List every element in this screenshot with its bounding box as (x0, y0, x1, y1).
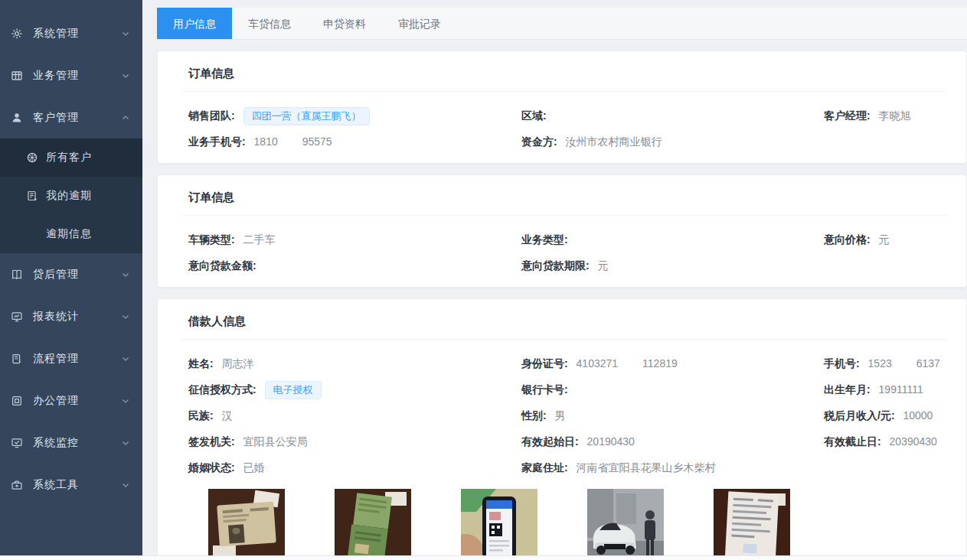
photo-license-booklet[interactable]: 驾驶证页 (335, 489, 411, 555)
sidebar-item-label: 系统监控 (33, 436, 121, 450)
book-icon (11, 269, 23, 281)
sidebar-item-label: 系统工具 (33, 478, 121, 492)
sidebar-item-postloan-mgmt[interactable]: 贷后管理 (0, 253, 142, 295)
tab-bar: 用户信息 车贷信息 申贷资料 审批记录 (157, 8, 967, 40)
field-business-type: 业务类型: (521, 233, 824, 247)
chevron-down-icon (121, 312, 130, 321)
clipboard-icon (11, 353, 23, 365)
field-region: 区域: (521, 109, 824, 123)
chevron-up-icon (121, 113, 130, 122)
main-content: 用户信息 车贷信息 申贷资料 审批记录 订单信息 销售团队: 四团一营（直属王鹏… (142, 0, 967, 555)
sidebar-item-label: 逾期信息 (46, 227, 130, 241)
sidebar-item-report-stats[interactable]: 报表统计 (0, 295, 142, 337)
field-mobile-number: 手机号: 15236137 (824, 357, 966, 371)
sidebar-item-customer-mgmt[interactable]: 客户管理 (0, 96, 142, 138)
sidebar-item-process-mgmt[interactable]: 流程管理 (0, 337, 142, 379)
field-account-manager: 客户经理: 李晓旭 (824, 109, 966, 123)
field-intent-loan-amount: 意向贷款金额: (188, 259, 521, 273)
borrower-info-card: 借款人信息 姓名: 周志洋 身份证号: 4103271112819 手机号: 1… (157, 298, 967, 555)
sidebar-item-business-mgmt[interactable]: 业务管理 (0, 54, 142, 96)
field-valid-from: 有效起始日: 20190430 (521, 435, 824, 449)
chevron-down-icon (121, 354, 130, 363)
sidebar: 系统管理 业务管理 客户管理 所有客户 我的逾期 逾期信息 (0, 0, 142, 555)
card-title: 订单信息 (182, 190, 946, 216)
monitor-check-icon (11, 437, 23, 449)
tab-approval-records[interactable]: 审批记录 (382, 8, 457, 39)
sales-team-tag[interactable]: 四团一营（直属王鹏飞） (243, 107, 370, 125)
field-monthly-income: 税后月收入/元: 10000 (824, 409, 966, 423)
field-birth-date: 出生年月: 19911111 (824, 383, 966, 397)
sidebar-item-system-tools[interactable]: 系统工具 (0, 464, 142, 506)
field-valid-to: 有效截止日: 20390430 (824, 435, 966, 449)
gear-icon (11, 28, 23, 40)
chevron-down-icon (121, 396, 130, 405)
chevron-down-icon (121, 29, 130, 38)
credit-auth-tag[interactable]: 电子授权 (265, 381, 322, 399)
field-business-phone: 业务手机号: 181095575 (188, 135, 521, 149)
redaction-patch (892, 360, 916, 369)
sidebar-item-label: 报表统计 (33, 310, 121, 324)
toolbox-icon (11, 479, 23, 491)
field-id-number: 身份证号: 4103271112819 (521, 357, 824, 371)
archive-icon (11, 395, 23, 407)
field-credit-auth-method: 征信授权方式: 电子授权 (188, 381, 521, 399)
chevron-down-icon (121, 71, 130, 80)
field-gender: 性别: 男 (521, 409, 824, 423)
field-ethnicity: 民族: 汉 (188, 409, 521, 423)
field-funding-party: 资金方: 汝州市农村商业银行 (521, 135, 824, 149)
wheel-icon (26, 151, 38, 164)
photo-handwritten-doc[interactable]: 村委证明 (714, 489, 790, 555)
grid-icon (11, 70, 23, 82)
photo-auth-qr[interactable]: 授权码 (461, 489, 537, 555)
field-home-address: 家庭住址: 河南省宜阳县花果山乡木柴村 (521, 461, 824, 475)
horizontal-scrollbar[interactable] (0, 555, 967, 560)
tab-user-info[interactable]: 用户信息 (157, 8, 232, 39)
redaction-patch (618, 360, 642, 369)
tab-car-loan-info[interactable]: 车贷信息 (232, 8, 307, 39)
chevron-down-icon (121, 270, 130, 279)
photo-person-with-car[interactable]: 本人照 (587, 489, 664, 555)
sidebar-item-label: 流程管理 (33, 352, 121, 366)
field-vehicle-type: 车辆类型: 二手车 (188, 233, 521, 247)
field-name: 姓名: 周志洋 (188, 357, 521, 371)
monitor-icon (11, 311, 23, 323)
chevron-down-icon (121, 480, 130, 490)
field-issuing-authority: 签发机关: 宜阳县公安局 (188, 435, 521, 449)
tab-loan-application-docs[interactable]: 申贷资料 (307, 8, 382, 39)
sidebar-item-label: 系统管理 (33, 27, 121, 41)
card-title: 订单信息 (182, 67, 946, 92)
loan-intent-card: 订单信息 车辆类型: 二手车 业务类型: 意向价格: 元 意向贷款金额: (157, 174, 967, 288)
sidebar-item-label: 贷后管理 (33, 268, 121, 282)
photo-thumbnails: 本人照 驾驶证页 (188, 489, 966, 555)
field-bank-card: 银行卡号: (521, 383, 824, 397)
card-title: 借款人信息 (182, 314, 946, 340)
sidebar-item-system-monitor[interactable]: 系统监控 (0, 422, 142, 464)
chevron-down-icon (121, 438, 130, 448)
sidebar-item-label: 所有客户 (46, 151, 130, 164)
field-intent-price: 意向价格: 元 (824, 233, 966, 247)
user-icon (11, 112, 23, 124)
photo-id-card[interactable]: 本人照 (208, 489, 285, 555)
sidebar-submenu-customer: 所有客户 我的逾期 逾期信息 (0, 138, 142, 253)
sidebar-item-label: 客户管理 (33, 111, 121, 125)
sidebar-item-all-customers[interactable]: 所有客户 (0, 138, 142, 177)
field-marital-status: 婚姻状态: 已婚 (188, 461, 521, 475)
order-info-card: 订单信息 销售团队: 四团一营（直属王鹏飞） 区域: 客户经理: 李晓旭 业务手 (157, 50, 967, 164)
field-intent-loan-term: 意向贷款期限: 元 (521, 259, 824, 273)
sidebar-item-office-mgmt[interactable]: 办公管理 (0, 379, 142, 422)
sidebar-item-label: 我的逾期 (46, 189, 130, 203)
redaction-patch (278, 138, 302, 147)
field-sales-team: 销售团队: 四团一营（直属王鹏飞） (188, 107, 521, 125)
notebook-icon (26, 190, 38, 202)
sidebar-item-label: 办公管理 (33, 394, 121, 408)
sidebar-item-label: 业务管理 (33, 69, 121, 83)
sidebar-item-system-mgmt[interactable]: 系统管理 (0, 12, 142, 54)
sidebar-item-my-overdue[interactable]: 我的逾期 (0, 177, 142, 215)
sidebar-item-overdue-info[interactable]: 逾期信息 (0, 215, 142, 253)
